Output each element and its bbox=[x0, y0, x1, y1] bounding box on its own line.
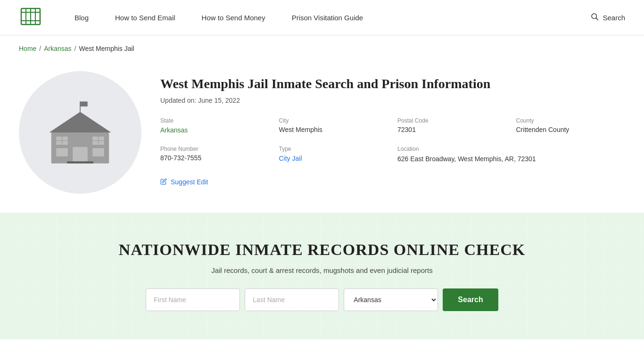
svg-rect-15 bbox=[56, 148, 68, 156]
type-value[interactable]: City Jail bbox=[279, 155, 302, 162]
svg-rect-11 bbox=[80, 101, 88, 107]
breadcrumb-current: West Memphis Jail bbox=[79, 45, 134, 52]
nav-how-to-send-email[interactable]: How to Send Email bbox=[102, 14, 189, 22]
search-nav-label: Search bbox=[603, 14, 625, 22]
state-label: State bbox=[160, 117, 270, 124]
breadcrumb-state[interactable]: Arkansas bbox=[44, 45, 71, 52]
type-cell: Type City Jail bbox=[279, 146, 388, 164]
nav-how-to-send-money[interactable]: How to Send Money bbox=[189, 14, 279, 22]
main-content: West Memphis Jail Inmate Search and Pris… bbox=[0, 62, 644, 213]
pencil-icon bbox=[160, 178, 167, 186]
county-value: Crittenden County bbox=[516, 126, 626, 133]
search-button[interactable]: Search bbox=[443, 288, 498, 311]
suggest-edit-link[interactable]: Suggest Edit bbox=[160, 178, 625, 186]
city-value: West Memphis bbox=[279, 126, 388, 133]
breadcrumb-sep-2: / bbox=[74, 45, 76, 52]
postal-label: Postal Code bbox=[397, 117, 507, 124]
first-name-input[interactable] bbox=[146, 288, 240, 311]
state-select[interactable]: Arkansas Alabama Alaska Arizona Californ… bbox=[344, 288, 438, 311]
suggest-edit-label: Suggest Edit bbox=[171, 178, 208, 186]
records-subtitle: Jail records, court & arrest records, mu… bbox=[211, 266, 432, 274]
phone-cell: Phone Number 870-732-7555 bbox=[160, 146, 270, 164]
svg-rect-21 bbox=[67, 161, 93, 163]
location-value: 626 East Broadway, West Memphis, AR, 723… bbox=[397, 154, 625, 164]
inmate-search-form: Arkansas Alabama Alaska Arizona Californ… bbox=[146, 288, 498, 311]
svg-marker-9 bbox=[49, 112, 111, 132]
phone-value: 870-732-7555 bbox=[160, 154, 270, 162]
city-label: City bbox=[279, 117, 388, 124]
svg-rect-12 bbox=[73, 147, 88, 164]
facility-info: West Memphis Jail Inmate Search and Pris… bbox=[160, 71, 625, 186]
main-nav: Blog How to Send Email How to Send Money… bbox=[61, 14, 590, 22]
phone-label: Phone Number bbox=[160, 146, 270, 152]
state-value[interactable]: Arkansas bbox=[160, 126, 188, 134]
state-cell: State Arkansas bbox=[160, 117, 270, 134]
records-section: NATIONWIDE INMATE RECORDS ONLINE CHECK J… bbox=[0, 213, 644, 339]
postal-cell: Postal Code 72301 bbox=[397, 117, 507, 134]
type-label: Type bbox=[279, 146, 388, 152]
county-label: County bbox=[516, 117, 626, 124]
records-title: NATIONWIDE INMATE RECORDS ONLINE CHECK bbox=[119, 241, 525, 259]
site-logo[interactable] bbox=[19, 5, 42, 30]
breadcrumb-home[interactable]: Home bbox=[19, 45, 36, 52]
header-search[interactable]: Search bbox=[590, 12, 625, 23]
county-cell: County Crittenden County bbox=[516, 117, 626, 134]
facility-title: West Memphis Jail Inmate Search and Pris… bbox=[160, 76, 625, 92]
location-cell: Location 626 East Broadway, West Memphis… bbox=[397, 146, 625, 164]
info-grid: State Arkansas City West Memphis Postal … bbox=[160, 117, 625, 164]
location-label: Location bbox=[397, 146, 625, 152]
nav-prison-visitation-guide[interactable]: Prison Visitation Guide bbox=[279, 14, 376, 22]
city-cell: City West Memphis bbox=[279, 117, 388, 134]
last-name-input[interactable] bbox=[245, 288, 339, 311]
nav-blog[interactable]: Blog bbox=[61, 14, 102, 22]
svg-rect-16 bbox=[92, 148, 104, 156]
breadcrumb: Home / Arkansas / West Memphis Jail bbox=[0, 35, 644, 62]
search-icon bbox=[590, 12, 599, 23]
postal-value: 72301 bbox=[397, 126, 507, 133]
svg-line-7 bbox=[596, 18, 598, 20]
breadcrumb-sep-1: / bbox=[39, 45, 41, 52]
updated-date: Updated on: June 15, 2022 bbox=[160, 97, 625, 104]
facility-image bbox=[19, 71, 141, 194]
